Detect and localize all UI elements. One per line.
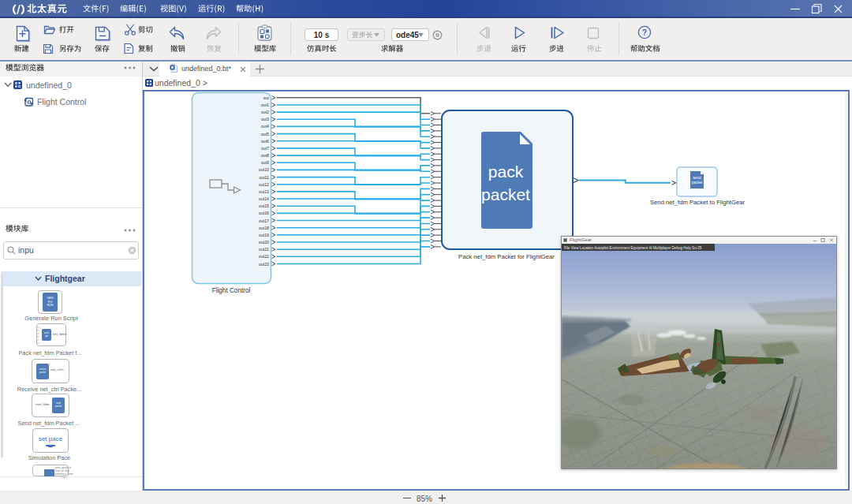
svg-text:out11: out11: [259, 175, 269, 180]
svg-text:out4: out4: [261, 124, 269, 129]
svg-text:out17: out17: [259, 218, 269, 223]
svg-text:?: ?: [642, 28, 647, 37]
svg-text:packet: packet: [692, 181, 703, 185]
svg-text:send: send: [693, 176, 701, 180]
svg-text:out1: out1: [261, 103, 269, 107]
svg-text:out22: out22: [259, 254, 269, 259]
svg-text:out14: out14: [259, 196, 269, 201]
svg-text:out2: out2: [261, 110, 269, 114]
svg-text:out20: out20: [259, 240, 269, 245]
svg-text:out12: out12: [259, 182, 269, 187]
svg-text:out15: out15: [259, 203, 269, 208]
svg-text:out6: out6: [261, 139, 269, 144]
svg-text:out21: out21: [259, 247, 269, 252]
svg-text:out5: out5: [261, 132, 269, 136]
svg-text:out19: out19: [259, 233, 269, 237]
svg-text:out18: out18: [259, 226, 269, 230]
svg-text:out: out: [263, 95, 270, 100]
svg-text:pack: pack: [488, 162, 524, 181]
svg-text:File View Location Autopilo: File View Location Autopilot Environment…: [564, 246, 702, 250]
svg-text:Flight Control: Flight Control: [212, 287, 251, 294]
svg-text:out23: out23: [259, 262, 269, 267]
svg-text:out10: out10: [259, 167, 269, 172]
svg-text:out8: out8: [261, 153, 269, 158]
svg-text:out16: out16: [259, 211, 269, 215]
svg-text:out7: out7: [261, 146, 269, 151]
svg-text:out13: out13: [259, 189, 269, 194]
svg-text:Pack net_fdm Packet for Flight: Pack net_fdm Packet for FlightGear: [458, 253, 555, 260]
svg-text:packet: packet: [481, 185, 530, 203]
svg-text:out3: out3: [261, 117, 269, 121]
svg-text:out9: out9: [261, 160, 269, 165]
svg-text:Send net_fdm Packet to FlightG: Send net_fdm Packet to FlightGear: [650, 199, 746, 206]
